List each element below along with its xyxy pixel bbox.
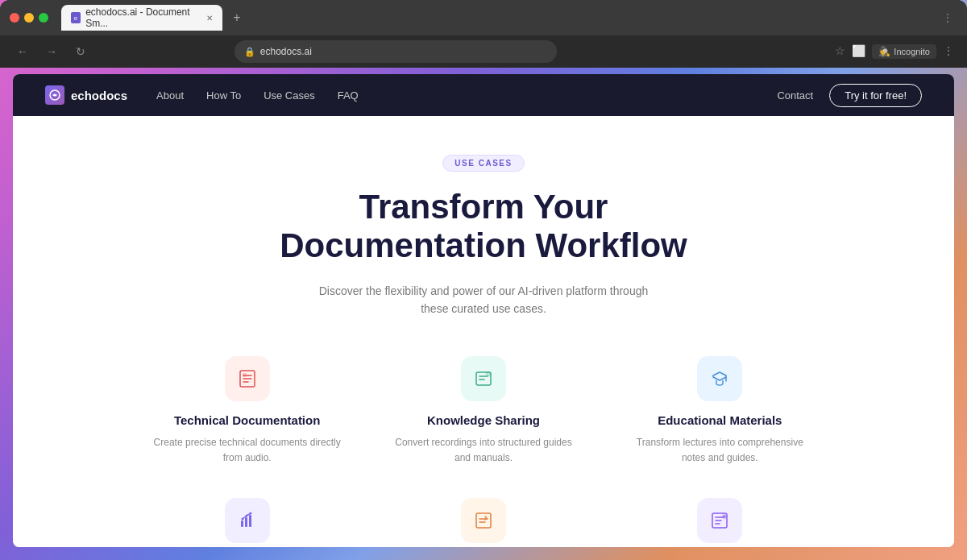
forward-button[interactable]: →: [42, 42, 61, 61]
nav-faq[interactable]: FAQ: [338, 89, 359, 102]
knowledge-sharing-icon: [461, 356, 506, 401]
card-expert-interviews: Expert Interviews Transcribe expert inte…: [618, 492, 822, 547]
card-training-manuals: Training Manuals Produce detailed traini…: [381, 492, 585, 547]
hero-section: USE CASES Transform Your Documentation W…: [13, 116, 954, 547]
address-bar[interactable]: 🔒 echodocs.ai: [234, 40, 557, 63]
hero-subtitle: Discover the flexibility and power of ou…: [314, 282, 653, 318]
svg-rect-6: [245, 517, 247, 527]
tab-favicon: e: [71, 12, 81, 23]
navbar-left: echodocs About How To Use Cases FAQ: [45, 85, 359, 105]
card-knowledge-sharing: Knowledge Sharing Convert recordings int…: [381, 350, 585, 472]
minimize-window-button[interactable]: [24, 13, 34, 23]
navbar-right: Contact Try it for free!: [777, 84, 922, 107]
browser-addressbar: ← → ↻ 🔒 echodocs.ai ☆ ⬜ 🕵 Incognito ⋮: [0, 35, 967, 68]
brand-logo[interactable]: echodocs: [45, 85, 127, 105]
svg-point-4: [486, 371, 491, 376]
traffic-lights: [10, 13, 48, 23]
browser-chrome: e echodocs.ai - Document Sm... ✕ + ⋮ ← →…: [0, 0, 967, 68]
expert-interviews-icon: [697, 498, 742, 543]
content-for-ai-icon: [225, 498, 270, 543]
incognito-badge: 🕵 Incognito: [872, 44, 936, 59]
educational-materials-icon: [697, 356, 742, 401]
browser-tab-active[interactable]: e echodocs.ai - Document Sm... ✕: [61, 5, 222, 31]
technical-doc-icon: [225, 356, 270, 401]
cta-button[interactable]: Try it for free!: [829, 84, 922, 107]
card-knowledge-sharing-title: Knowledge Sharing: [388, 413, 579, 429]
address-icons: ☆ ⬜ 🕵 Incognito ⋮: [835, 44, 954, 59]
nav-links: About How To Use Cases FAQ: [156, 89, 359, 102]
nav-usecases[interactable]: Use Cases: [264, 89, 315, 102]
svg-point-8: [241, 518, 243, 521]
hero-title: Transform Your Documentation Workflow: [45, 188, 922, 266]
card-content-for-ai: Content for AI Generate content optimize…: [145, 492, 349, 547]
svg-rect-11: [476, 513, 491, 528]
svg-rect-7: [249, 515, 251, 527]
address-text: echodocs.ai: [260, 46, 312, 57]
card-knowledge-sharing-desc: Convert recordings into structured guide…: [388, 435, 579, 466]
bookmark-icon[interactable]: ☆: [835, 44, 845, 59]
svg-point-9: [245, 515, 247, 517]
svg-point-10: [249, 512, 251, 515]
brand-name: echodocs: [71, 89, 127, 102]
back-button[interactable]: ←: [13, 42, 32, 61]
tab-close-button[interactable]: ✕: [206, 14, 213, 23]
navbar: echodocs About How To Use Cases FAQ Cont…: [13, 74, 954, 116]
browser-titlebar: e echodocs.ai - Document Sm... ✕ + ⋮: [0, 0, 967, 35]
card-educational-materials: Educational Materials Transform lectures…: [618, 350, 822, 472]
svg-rect-5: [241, 521, 243, 527]
card-educational-materials-desc: Transform lectures into comprehensive no…: [625, 435, 816, 466]
close-window-button[interactable]: [10, 13, 19, 23]
refresh-button[interactable]: ↻: [71, 42, 90, 61]
new-tab-button[interactable]: +: [226, 6, 248, 29]
tab-title: echodocs.ai - Document Sm...: [85, 6, 198, 29]
more-options-button[interactable]: ⋮: [938, 8, 957, 27]
card-technical-doc-desc: Create precise technical documents direc…: [151, 435, 342, 466]
website-content: echodocs About How To Use Cases FAQ Cont…: [13, 74, 954, 547]
cards-grid: Technical Documentation Create precise t…: [97, 350, 870, 547]
nav-howto[interactable]: How To: [206, 89, 241, 102]
brand-icon: [45, 85, 64, 105]
training-manuals-icon: [461, 498, 506, 543]
nav-about[interactable]: About: [156, 89, 184, 102]
extensions-icon[interactable]: ⬜: [852, 44, 865, 59]
card-technical-documentation: Technical Documentation Create precise t…: [145, 350, 349, 472]
svg-rect-2: [243, 373, 247, 377]
use-cases-badge: USE CASES: [442, 155, 524, 172]
card-educational-materials-title: Educational Materials: [625, 413, 816, 429]
card-technical-doc-title: Technical Documentation: [151, 413, 342, 429]
browser-menu-button[interactable]: ⋮: [943, 44, 954, 59]
contact-link[interactable]: Contact: [777, 89, 813, 102]
maximize-window-button[interactable]: [39, 13, 48, 23]
incognito-label: Incognito: [894, 47, 930, 56]
tab-bar: e echodocs.ai - Document Sm... ✕ +: [61, 5, 932, 31]
